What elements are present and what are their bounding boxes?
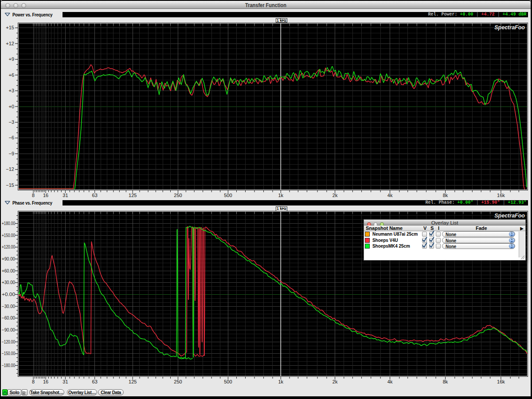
svg-text:+90.00: +90.00 (2, 257, 15, 261)
svg-text:250: 250 (174, 193, 182, 198)
svg-text:8: 8 (32, 193, 35, 198)
svg-text:63: 63 (92, 193, 98, 198)
svg-text:500: 500 (224, 379, 232, 384)
svg-text:+9: +9 (8, 56, 14, 62)
svg-text:+0.00: +0.00 (2, 292, 16, 297)
svg-text:−150.00: −150.00 (2, 351, 15, 356)
svg-text:2k: 2k (332, 379, 338, 384)
svg-text:2k: 2k (332, 193, 338, 198)
svg-text:+180.00: +180.00 (2, 221, 15, 226)
svg-text:1k: 1k (278, 379, 283, 384)
svg-text:+6: +6 (8, 72, 14, 78)
svg-text:+60.00: +60.00 (2, 269, 15, 273)
svg-text:8: 8 (32, 379, 35, 384)
svg-text:31: 31 (63, 193, 68, 198)
svg-text:−120.00: −120.00 (2, 340, 15, 344)
svg-text:−3: −3 (8, 119, 14, 125)
svg-text:−6: −6 (8, 135, 14, 140)
svg-text:−9: −9 (8, 151, 14, 156)
svg-text:+120.00: +120.00 (2, 245, 15, 249)
svg-text:1k: 1k (278, 193, 283, 198)
svg-text:16k: 16k (497, 193, 505, 198)
svg-text:4k: 4k (387, 193, 393, 198)
svg-text:+15: +15 (6, 25, 14, 30)
svg-text:125: 125 (129, 193, 137, 198)
svg-text:16: 16 (43, 379, 48, 384)
svg-text:−15: −15 (6, 182, 14, 188)
svg-text:−180.00: −180.00 (2, 363, 15, 368)
svg-text:−60.00: −60.00 (2, 316, 15, 320)
svg-text:SpectraFoo: SpectraFoo (494, 213, 525, 219)
svg-text:+30.00: +30.00 (2, 280, 15, 285)
svg-text:125: 125 (129, 379, 137, 384)
svg-text:63: 63 (92, 379, 98, 384)
svg-text:31: 31 (63, 379, 68, 384)
svg-text:−12: −12 (6, 166, 14, 172)
svg-text:16k: 16k (497, 379, 505, 384)
svg-text:4k: 4k (387, 379, 393, 384)
svg-text:−30.00: −30.00 (2, 304, 15, 309)
svg-text:+150.00: +150.00 (2, 233, 15, 238)
svg-text:8k: 8k (443, 379, 448, 384)
svg-text:SpectraFoo: SpectraFoo (494, 24, 525, 31)
svg-text:+3: +3 (8, 88, 14, 93)
svg-text:−90.00: −90.00 (2, 328, 15, 332)
svg-text:8k: 8k (443, 193, 448, 198)
svg-text:500: 500 (224, 193, 232, 198)
svg-text:+0: +0 (8, 104, 14, 109)
svg-text:16: 16 (43, 193, 48, 198)
svg-text:+12: +12 (6, 41, 14, 46)
svg-text:250: 250 (174, 379, 182, 384)
